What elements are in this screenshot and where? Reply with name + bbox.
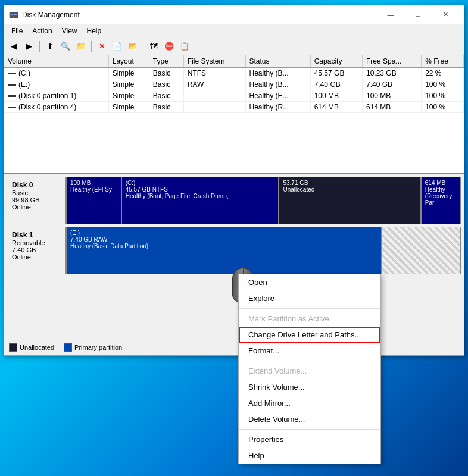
cell-status: Healthy (B...	[245, 68, 310, 79]
ctx-explore[interactable]: Explore	[239, 290, 380, 306]
toolbar-folders[interactable]: 📁	[74, 40, 88, 53]
disk0-c-partition[interactable]: (C:) 45.57 GB NTFS Healthy (Boot, Page F…	[122, 177, 280, 224]
cell-layout: Simple	[108, 102, 149, 113]
disk1-size: 7.40 GB	[12, 246, 61, 253]
ctx-extend: Extend Volume...	[239, 363, 380, 379]
disk-visual-area: Disk 0 Basic 99.98 GB Online 100 MB Heal…	[4, 174, 464, 339]
cell-status: Healthy (R...	[245, 102, 310, 113]
toolbar-disconnect[interactable]: ⛔	[162, 40, 176, 53]
legend-unallocated: Unallocated	[9, 343, 54, 352]
toolbar-new[interactable]: 📂	[126, 40, 140, 53]
window-title: Disk Management	[22, 11, 377, 19]
cell-filesystem: NTFS	[183, 68, 245, 79]
table-row[interactable]: (Disk 0 partition 4) Simple Basic Health…	[4, 102, 464, 113]
menu-bar: File Action View Help	[4, 24, 464, 37]
toolbar-search[interactable]: 🔍	[58, 40, 73, 53]
col-status[interactable]: Status	[245, 55, 310, 68]
legend-primary-label: Primary partition	[74, 344, 122, 351]
ctx-sep3	[239, 429, 380, 430]
e-label: (E:)	[70, 230, 377, 236]
ctx-open[interactable]: Open	[239, 274, 380, 290]
unalloc-label: Unallocated	[283, 186, 416, 193]
svg-point-3	[13, 17, 14, 18]
col-volume[interactable]: Volume	[4, 55, 108, 68]
volume-table-area: Volume Layout Type File System Status Ca…	[4, 55, 464, 174]
cell-volume: (Disk 0 partition 4)	[4, 102, 108, 113]
cell-pct: 100 %	[422, 90, 464, 102]
toolbar-forward[interactable]: ▶	[22, 40, 36, 53]
cell-free: 614 MB	[362, 102, 421, 113]
close-button[interactable]: ✕	[432, 5, 459, 24]
col-free[interactable]: Free Spa...	[362, 55, 421, 68]
toolbar-up[interactable]: ⬆	[43, 40, 57, 53]
col-capacity[interactable]: Capacity	[310, 55, 362, 68]
cell-capacity: 45.57 GB	[310, 68, 362, 79]
disk1-partitions: (E:) 7.40 GB RAW Healthy (Basic Data Par…	[67, 227, 461, 274]
toolbar-back[interactable]: ◀	[7, 40, 21, 53]
toolbar-sep2	[91, 41, 92, 52]
cell-free: 100 MB	[362, 90, 421, 102]
table-row[interactable]: (Disk 0 partition 1) Simple Basic Health…	[4, 90, 464, 102]
cell-capacity: 100 MB	[310, 90, 362, 102]
efi-size: 100 MB	[70, 180, 117, 186]
title-bar-controls: — ☐ ✕	[377, 5, 459, 24]
maximize-button[interactable]: ☐	[404, 5, 432, 24]
ctx-change-drive-letter[interactable]: Change Drive Letter and Paths...	[239, 327, 380, 343]
cell-type: Basic	[149, 102, 183, 113]
ctx-properties[interactable]: Properties	[239, 431, 380, 447]
cell-type: Basic	[149, 68, 183, 79]
table-row[interactable]: (E:) Simple Basic RAW Healthy (B... 7.40…	[4, 79, 464, 90]
menu-file[interactable]: File	[7, 26, 27, 36]
ctx-help[interactable]: Help	[239, 447, 380, 464]
cell-status: Healthy (B...	[245, 79, 310, 90]
context-menu: Open Explore Mark Partition as Active Ch…	[238, 274, 381, 464]
cell-filesystem	[183, 102, 245, 113]
col-filesystem[interactable]: File System	[183, 55, 245, 68]
menu-help[interactable]: Help	[82, 26, 107, 36]
c-size: 45.57 GB NTFS	[126, 186, 275, 193]
toolbar-sep3	[143, 41, 143, 52]
table-row[interactable]: (C:) Simple Basic NTFS Healthy (B... 45.…	[4, 68, 464, 79]
legend-primary-box	[64, 343, 72, 352]
menu-view[interactable]: View	[57, 26, 82, 36]
col-layout[interactable]: Layout	[108, 55, 149, 68]
disk0-partitions: 100 MB Healthy (EFI Sy (C:) 45.57 GB NTF…	[67, 177, 461, 224]
disk1-row: Disk 1 Removable 7.40 GB Online (E:) 7.4…	[7, 227, 461, 274]
col-type[interactable]: Type	[149, 55, 183, 68]
recovery-status: Healthy (Recovery Par	[425, 186, 456, 206]
disk1-unalloc-partition[interactable]	[382, 227, 461, 274]
cell-volume: (E:)	[4, 79, 108, 90]
disk0-unalloc-partition[interactable]: 53.71 GB Unallocated	[279, 177, 421, 224]
recovery-size: 614 MB	[425, 180, 456, 186]
window-icon	[9, 10, 18, 20]
toolbar-properties[interactable]: 📄	[110, 40, 124, 53]
ctx-format[interactable]: Format...	[239, 343, 380, 359]
menu-action[interactable]: Action	[27, 26, 57, 36]
toolbar-copy[interactable]: 📋	[177, 40, 192, 53]
cell-pct: 22 %	[422, 68, 464, 79]
cell-filesystem	[183, 90, 245, 102]
disk0-efi-partition[interactable]: 100 MB Healthy (EFI Sy	[67, 177, 122, 224]
minimize-button[interactable]: —	[377, 5, 404, 24]
disk0-recovery-partition[interactable]: 614 MB Healthy (Recovery Par	[422, 177, 461, 224]
ctx-add-mirror[interactable]: Add Mirror...	[239, 395, 380, 411]
c-label: (C:)	[126, 180, 275, 186]
ctx-sep2	[239, 361, 380, 361]
legend-unallocated-box	[9, 343, 17, 352]
disk1-e-partition[interactable]: (E:) 7.40 GB RAW Healthy (Basic Data Par…	[67, 227, 382, 274]
disk1-type: Removable	[12, 239, 61, 246]
ctx-shrink[interactable]: Shrink Volume...	[239, 379, 380, 395]
disk0-name: Disk 0	[12, 181, 61, 189]
toolbar-map[interactable]: 🗺	[146, 40, 161, 53]
toolbar-delete[interactable]: ✕	[95, 40, 109, 53]
col-pct[interactable]: % Free	[422, 55, 464, 68]
cell-free: 10.23 GB	[362, 68, 421, 79]
svg-rect-2	[14, 14, 17, 15]
ctx-delete[interactable]: Delete Volume...	[239, 411, 380, 427]
cell-free: 7.40 GB	[362, 79, 421, 90]
ctx-sep1	[239, 308, 380, 309]
disk0-label: Disk 0 Basic 99.98 GB Online	[7, 177, 67, 224]
cell-layout: Simple	[108, 90, 149, 102]
title-bar: Disk Management — ☐ ✕	[4, 5, 464, 24]
disk1-name: Disk 1	[12, 231, 61, 239]
